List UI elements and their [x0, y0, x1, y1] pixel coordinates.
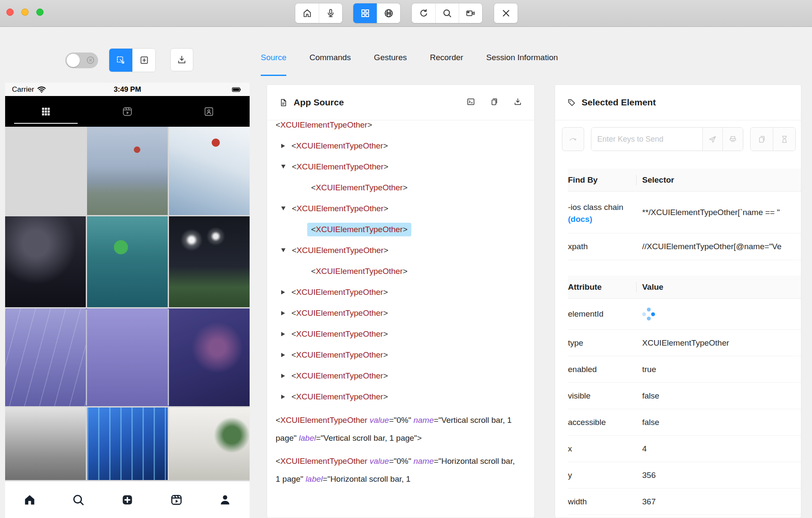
nav-home-button[interactable]	[23, 493, 36, 506]
find-by-strategy: -ios class chain(docs)	[568, 201, 636, 224]
tree-node[interactable]: <XCUIElementTypeOther>	[276, 240, 534, 261]
expand-arrow-icon[interactable]	[281, 290, 285, 294]
copy-button[interactable]	[490, 97, 499, 108]
photo-track-fog[interactable]	[5, 127, 86, 215]
tab-source[interactable]: Source	[261, 47, 286, 76]
expand-arrow-icon[interactable]	[281, 353, 285, 357]
send-keys-input[interactable]	[591, 128, 702, 151]
clear-element-button[interactable]	[722, 128, 743, 151]
photo-row	[5, 216, 250, 307]
globe-button[interactable]	[377, 3, 400, 23]
search-button[interactable]	[435, 3, 459, 23]
download-screenshot-button[interactable]	[170, 48, 193, 71]
attribute-value: XCUIElementTypeOther	[636, 338, 801, 348]
photo-grid	[5, 127, 250, 481]
photo-ski-jump[interactable]	[169, 127, 250, 215]
attribute-value: 367	[636, 497, 801, 506]
tree-node[interactable]: <XCUIElementTypeOther>	[276, 177, 534, 198]
x-circle-icon	[86, 55, 95, 65]
expand-arrow-icon[interactable]	[281, 374, 285, 378]
device-screenshot[interactable]: Carrier 3:49 PM	[5, 83, 250, 518]
terminal-icon	[466, 97, 475, 106]
photo-stadium[interactable]	[169, 216, 250, 307]
tree-node[interactable]: <XCUIElementTypeOther>	[276, 303, 534, 323]
record-toggle[interactable]	[65, 52, 98, 68]
tree-node[interactable]: <XCUIElementTypeOther>	[276, 120, 534, 135]
nav-create-button[interactable]	[121, 493, 134, 506]
element-action-row	[562, 127, 796, 151]
copy-attributes-button[interactable]	[751, 128, 773, 151]
send-keys-button[interactable]	[702, 128, 723, 151]
photo-desk-plant[interactable]	[169, 407, 250, 480]
photo-tech-blue[interactable]	[87, 407, 168, 480]
tree-node[interactable]: <XCUIElementTypeOther>	[276, 282, 534, 303]
find-by-table: Find By Selector -ios class chain(docs)*…	[568, 169, 801, 260]
tree-node[interactable]: <XCUIElementTypeOther>	[276, 323, 534, 344]
device-status-bar: Carrier 3:49 PM	[5, 83, 250, 96]
xml-leaf-node[interactable]: <XCUIElementTypeOther value="0%" name="V…	[276, 407, 534, 448]
docs-link[interactable]: (docs)	[568, 215, 592, 224]
tree-node[interactable]: <XCUIElementTypeOther>	[276, 261, 534, 282]
microphone-button[interactable]	[319, 3, 342, 23]
tab-label: Session Information	[486, 47, 558, 68]
photo-basketball-dunk[interactable]	[5, 216, 86, 307]
expand-arrow-icon[interactable]	[281, 332, 285, 336]
tab-gestures[interactable]: Gestures	[374, 47, 407, 76]
close-window-button[interactable]	[6, 9, 14, 16]
tree-node[interactable]: <XCUIElementTypeOther>	[276, 156, 534, 177]
minimize-window-button[interactable]	[21, 9, 29, 16]
attribute-row: typeXCUIElementTypeOther	[568, 330, 801, 356]
xml-leaf-node[interactable]: <XCUIElementTypeOther value="0%" name="H…	[276, 448, 534, 489]
expand-arrow-icon[interactable]	[281, 395, 285, 399]
wait-for-element-button[interactable]	[773, 128, 795, 151]
tree-node[interactable]: <XCUIElementTypeOther>	[276, 344, 534, 365]
photo-field-purple[interactable]	[87, 308, 168, 406]
screen-record-button[interactable]	[459, 3, 482, 23]
photo-gym-purple[interactable]	[169, 308, 250, 406]
download-button[interactable]	[513, 97, 522, 108]
find-by-strategy: xpath	[568, 240, 636, 253]
tab-recorder[interactable]: Recorder	[430, 47, 463, 76]
attribute-name: enabled	[568, 365, 636, 374]
tab-commands[interactable]: Commands	[309, 47, 351, 76]
tree-node[interactable]: <XCUIElementTypeOther>	[276, 198, 534, 219]
expand-arrow-icon[interactable]	[281, 144, 285, 148]
tree-node-tag: <XCUIElementTypeOther>	[291, 141, 388, 151]
photo-swimmer[interactable]	[87, 216, 168, 307]
nav-reels-button[interactable]	[170, 493, 183, 506]
attribute-name: x	[568, 444, 636, 454]
tap-element-button[interactable]	[562, 127, 584, 151]
home-button[interactable]	[295, 3, 319, 23]
expand-arrow-icon[interactable]	[281, 311, 285, 315]
refresh-button[interactable]	[412, 3, 435, 23]
profile-tab-grid-3x3[interactable]	[5, 96, 87, 127]
nav-profile-button[interactable]	[218, 493, 232, 506]
find-by-table-header: Find By Selector	[568, 169, 801, 192]
collapse-arrow-icon[interactable]	[281, 207, 285, 210]
tree-node-selected[interactable]: <XCUIElementTypeOther>	[276, 219, 534, 240]
selected-element-title: Selected Element	[582, 97, 656, 108]
select-element-button[interactable]	[109, 49, 132, 72]
tree-node[interactable]: <XCUIElementTypeOther>	[276, 365, 534, 386]
app-bottom-nav	[5, 481, 250, 518]
collapse-arrow-icon[interactable]	[281, 248, 285, 252]
collapse-arrow-icon[interactable]	[281, 165, 285, 169]
tab-session-information[interactable]: Session Information	[486, 47, 558, 76]
photo-track-purple[interactable]	[5, 308, 86, 406]
tree-node[interactable]: <XCUIElementTypeOther>	[276, 386, 534, 407]
close-button[interactable]	[494, 3, 518, 23]
terminal-button[interactable]	[466, 97, 475, 108]
active-tab-underline	[14, 123, 78, 124]
tree-node[interactable]: <XCUIElementTypeOther>	[276, 135, 534, 156]
photo-basketball-hoops[interactable]	[87, 127, 168, 215]
profile-tab-reels[interactable]	[87, 96, 168, 127]
tab-label: Gestures	[374, 47, 407, 68]
swipe-by-coordinates-button[interactable]	[132, 49, 155, 72]
profile-tab-tagged[interactable]	[168, 96, 250, 127]
zoom-window-button[interactable]	[36, 9, 44, 16]
photo-runners-bw[interactable]	[5, 407, 86, 480]
tab-label: Commands	[309, 47, 351, 68]
nav-search-button[interactable]	[72, 493, 85, 506]
apps-grid-button[interactable]	[353, 3, 377, 23]
screen-record-icon	[466, 8, 476, 18]
